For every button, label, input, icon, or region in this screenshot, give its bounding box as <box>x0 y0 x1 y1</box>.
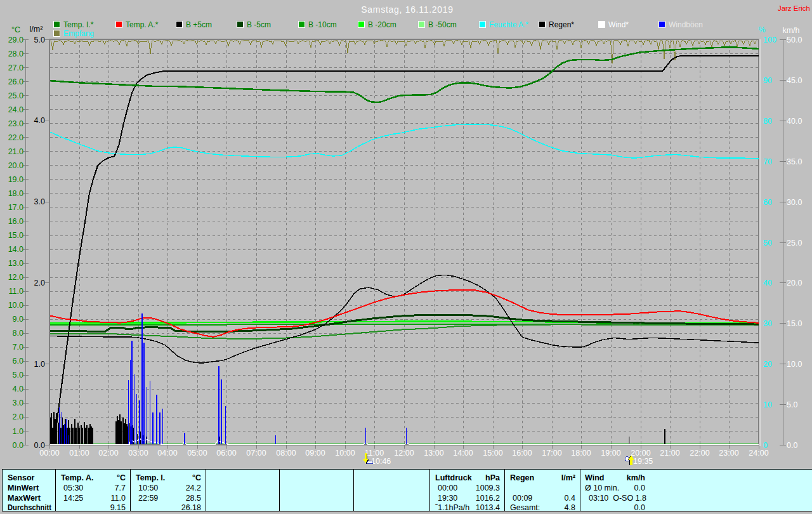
svg-text:05:30: 05:30 <box>63 484 83 492</box>
svg-text:16.0: 16.0 <box>8 217 23 226</box>
svg-text:22.0: 22.0 <box>8 133 23 142</box>
svg-text:04:00: 04:00 <box>157 449 177 458</box>
svg-text:B -10cm: B -10cm <box>308 20 337 29</box>
svg-text:08:00: 08:00 <box>276 449 296 458</box>
svg-text:4.0: 4.0 <box>13 385 23 393</box>
svg-text:11:00: 11:00 <box>365 449 384 458</box>
svg-text:l/m²: l/m² <box>561 473 575 482</box>
svg-text:hPa: hPa <box>485 473 501 482</box>
svg-text:03:00: 03:00 <box>128 449 148 458</box>
svg-text:Wind: Wind <box>585 473 604 482</box>
svg-text:10: 10 <box>763 400 772 409</box>
svg-text:Luftdruck: Luftdruck <box>435 473 472 482</box>
svg-text:Ø 10 min.: Ø 10 min. <box>585 484 619 492</box>
svg-text:15:00: 15:00 <box>483 449 502 458</box>
svg-text:40.0: 40.0 <box>787 117 802 126</box>
svg-text:24.0: 24.0 <box>8 105 23 114</box>
svg-text:25.0: 25.0 <box>787 239 802 247</box>
svg-text:30: 30 <box>763 319 772 328</box>
svg-text:17.0: 17.0 <box>8 203 23 212</box>
svg-text:21:00: 21:00 <box>660 449 679 458</box>
svg-text:10:46: 10:46 <box>371 457 391 466</box>
svg-text:40: 40 <box>763 279 772 287</box>
svg-text:10:00: 10:00 <box>335 449 355 458</box>
svg-text:20: 20 <box>763 360 772 369</box>
svg-text:17:00: 17:00 <box>542 449 561 458</box>
svg-text:00:00: 00:00 <box>39 449 59 458</box>
svg-text:10.0: 10.0 <box>787 360 802 369</box>
svg-text:km/h: km/h <box>782 26 799 35</box>
svg-text:0.0: 0.0 <box>634 484 645 492</box>
svg-text:B +5cm: B +5cm <box>186 20 212 29</box>
svg-text:100: 100 <box>763 36 776 44</box>
svg-text:28.0: 28.0 <box>8 49 23 58</box>
svg-text:10:50: 10:50 <box>138 484 158 492</box>
svg-text:50: 50 <box>763 239 772 247</box>
svg-text:22:59: 22:59 <box>138 494 158 503</box>
svg-text:B -5cm: B -5cm <box>247 20 271 29</box>
svg-text:11.0: 11.0 <box>9 287 23 296</box>
svg-text:21.0: 21.0 <box>8 147 23 156</box>
svg-text:km/h: km/h <box>627 473 645 482</box>
svg-text:30.0: 30.0 <box>787 198 802 207</box>
svg-text:02:00: 02:00 <box>98 449 118 458</box>
svg-text:9.15: 9.15 <box>110 503 126 512</box>
svg-text:0.0: 0.0 <box>787 441 797 450</box>
svg-text:06:00: 06:00 <box>216 449 236 458</box>
svg-text:Wind*: Wind* <box>608 20 629 29</box>
svg-text:1016.2: 1016.2 <box>476 494 500 503</box>
svg-text:20.0: 20.0 <box>8 161 23 170</box>
svg-text:22:00: 22:00 <box>690 449 709 458</box>
svg-text:23:00: 23:00 <box>719 449 738 458</box>
svg-text:Regen*: Regen* <box>549 20 574 29</box>
svg-text:Durchschnitt: Durchschnitt <box>8 503 52 512</box>
svg-text:3.0: 3.0 <box>13 399 23 407</box>
svg-text:B -20cm: B -20cm <box>368 20 396 29</box>
svg-text:1.0: 1.0 <box>13 427 23 436</box>
svg-text:19:30: 19:30 <box>438 494 457 503</box>
svg-text:Temp. A.*: Temp. A.* <box>126 20 159 29</box>
svg-text:24.2: 24.2 <box>186 484 201 492</box>
svg-text:14:00: 14:00 <box>453 449 473 458</box>
svg-text:50.0: 50.0 <box>787 36 802 44</box>
svg-text:12.0: 12.0 <box>8 273 23 282</box>
svg-text:28.5: 28.5 <box>186 494 201 503</box>
svg-text:Feuchte A.*: Feuchte A.* <box>489 20 528 29</box>
svg-text:5.0: 5.0 <box>34 36 45 44</box>
svg-text:1.0: 1.0 <box>34 360 45 369</box>
svg-text:°C: °C <box>192 473 201 482</box>
svg-text:2.0: 2.0 <box>34 279 45 287</box>
svg-text:°C: °C <box>11 25 20 34</box>
svg-text:Temp. I.*: Temp. I.* <box>63 20 94 29</box>
svg-text:Samstag, 16.11.2019: Samstag, 16.11.2019 <box>361 4 453 15</box>
svg-text:01:00: 01:00 <box>69 449 89 458</box>
svg-text:29.0: 29.0 <box>8 36 23 44</box>
svg-text:Sensor: Sensor <box>8 473 35 482</box>
svg-text:l/m²: l/m² <box>30 25 43 34</box>
svg-text:15.0: 15.0 <box>787 319 802 328</box>
svg-text:00:09: 00:09 <box>513 494 532 503</box>
svg-text:03:10: 03:10 <box>589 494 608 503</box>
svg-text:07:00: 07:00 <box>246 449 266 458</box>
svg-text:0.4: 0.4 <box>565 494 575 503</box>
svg-text:8.0: 8.0 <box>13 329 23 338</box>
svg-text:25.0: 25.0 <box>8 91 23 100</box>
svg-text:18:00: 18:00 <box>571 449 591 458</box>
svg-text:Temp. I.: Temp. I. <box>136 473 165 482</box>
svg-text:70: 70 <box>763 157 772 166</box>
svg-text:19:00: 19:00 <box>601 449 620 458</box>
svg-text:3.0: 3.0 <box>34 197 45 206</box>
svg-text:0.0: 0.0 <box>634 503 645 512</box>
svg-text:Temp. A.: Temp. A. <box>61 473 93 482</box>
svg-text:Empfang: Empfang <box>63 29 94 38</box>
svg-text:14.0: 14.0 <box>8 245 23 254</box>
svg-text:90: 90 <box>763 76 772 85</box>
svg-text:O-SO 1.8: O-SO 1.8 <box>613 494 646 503</box>
svg-text:5.0: 5.0 <box>13 371 23 379</box>
svg-text:15.0: 15.0 <box>8 231 23 240</box>
svg-text:MinWert: MinWert <box>8 484 39 492</box>
svg-text:19.0: 19.0 <box>8 175 23 184</box>
svg-text:4.8: 4.8 <box>565 503 575 512</box>
svg-text:14:25: 14:25 <box>63 494 83 503</box>
svg-text:35.0: 35.0 <box>787 157 802 166</box>
